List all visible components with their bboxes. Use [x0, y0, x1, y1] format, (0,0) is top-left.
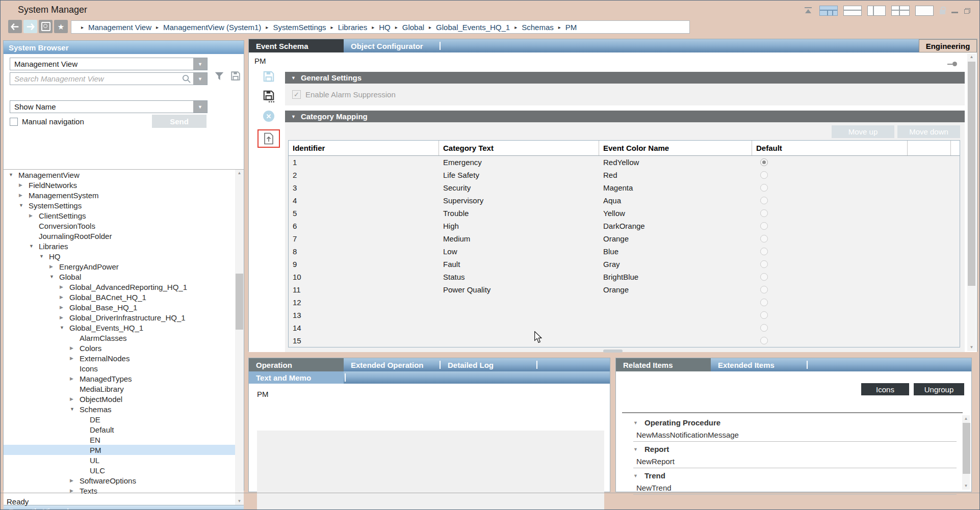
tree-item[interactable]: Default [4, 424, 244, 435]
tree-item[interactable]: DE [4, 414, 244, 424]
tab-extended-items[interactable]: Extended Items [711, 358, 806, 371]
cell-category-text[interactable] [439, 296, 599, 309]
chevron-down-icon[interactable]: ▼ [633, 420, 644, 425]
manual-navigation-checkbox[interactable] [10, 118, 18, 126]
default-radio[interactable] [760, 273, 768, 281]
chevron-down-icon[interactable]: ▼ [70, 407, 80, 412]
chevron-down-icon[interactable]: ▼ [39, 254, 49, 259]
move-up-button[interactable]: Move up [832, 125, 894, 138]
cell-event-color-name[interactable] [599, 296, 752, 309]
table-row[interactable]: 9FaultGray [289, 258, 960, 271]
tree-item[interactable]: ▶FieldNetworks [4, 180, 244, 190]
table-row[interactable]: 1EmergencyRedYellow [289, 156, 960, 169]
layout-rows-icon[interactable] [843, 6, 862, 16]
cell-category-text[interactable]: Fault [439, 258, 599, 271]
table-row[interactable]: 8LowBlue [289, 245, 960, 258]
cell-identifier[interactable]: 2 [289, 169, 439, 181]
tree-item[interactable]: ▶Global_AdvancedReporting_HQ_1 [4, 282, 244, 292]
minimize-icon[interactable] [951, 12, 958, 13]
cell-event-color-name[interactable]: Yellow [599, 207, 752, 220]
chevron-right-icon[interactable]: ▶ [19, 193, 29, 198]
tree-item[interactable]: UL [4, 455, 244, 465]
cell-identifier[interactable]: 15 [289, 334, 439, 347]
cell-identifier[interactable]: 3 [289, 181, 439, 194]
breadcrumb-item[interactable]: HQ [379, 23, 391, 32]
tab-extended-operation[interactable]: Extended Operation [344, 358, 439, 371]
chevron-right-icon[interactable]: ▶ [70, 376, 80, 381]
tree-item[interactable]: ▼Global_Events_HQ_1 [4, 323, 244, 333]
default-radio[interactable] [760, 209, 768, 217]
recent-history-button[interactable] [39, 20, 53, 33]
save-filter-icon[interactable] [230, 70, 241, 82]
favorites-button[interactable]: ★ [54, 20, 68, 33]
lock-icon[interactable] [940, 10, 945, 14]
filter-icon[interactable] [214, 70, 225, 82]
default-radio[interactable] [760, 299, 768, 306]
save-as-button[interactable] [262, 90, 276, 103]
cell-identifier[interactable]: 4 [289, 194, 439, 207]
chevron-right-icon[interactable]: ▶ [70, 396, 80, 401]
tree-scrollbar[interactable]: ▲ ▼ [235, 170, 244, 505]
alarm-suppression-checkbox[interactable]: ✓ [292, 90, 301, 99]
cell-category-text[interactable]: Security [439, 181, 599, 194]
breadcrumb-item[interactable]: PM [565, 23, 577, 32]
chevron-right-icon[interactable]: ▶ [60, 305, 69, 310]
scroll-up-icon[interactable]: ▲ [235, 170, 244, 177]
table-row[interactable]: 3SecurityMagenta [289, 181, 960, 194]
breadcrumb-item[interactable]: Management View [88, 23, 151, 32]
chevron-down-icon[interactable]: ▼ [633, 473, 644, 478]
tree-item[interactable]: ▶SoftwareOptions [4, 475, 244, 486]
tree-item[interactable]: ▼HQ [4, 251, 244, 261]
cell-category-text[interactable]: Supervisory [439, 194, 599, 207]
forward-button[interactable] [23, 20, 37, 33]
chevron-down-icon[interactable]: ▼ [49, 274, 59, 279]
chevron-right-icon[interactable]: ▶ [70, 478, 80, 483]
chevron-right-icon[interactable]: ▶ [70, 356, 80, 361]
table-row[interactable]: 13 [289, 309, 960, 321]
default-radio[interactable] [760, 337, 768, 344]
cell-identifier[interactable]: 7 [289, 232, 439, 245]
cell-category-text[interactable]: Medium [439, 232, 599, 245]
import-schema-button[interactable] [257, 129, 280, 148]
cell-category-text[interactable]: Emergency [439, 156, 599, 169]
chevron-right-icon[interactable]: ▶ [60, 315, 69, 320]
move-down-button[interactable]: Move down [897, 125, 960, 138]
breadcrumb-item[interactable]: Global [402, 23, 424, 32]
default-radio[interactable] [760, 324, 768, 332]
cell-category-text[interactable] [439, 321, 599, 334]
cell-identifier[interactable]: 1 [289, 156, 439, 169]
related-group-header[interactable]: ▼Operating Procedure [616, 416, 960, 429]
table-row[interactable]: 7MediumOrange [289, 232, 960, 245]
tab-event-schema[interactable]: Event Schema [249, 39, 344, 52]
scrollbar-thumb[interactable] [236, 274, 243, 330]
table-row[interactable]: 12 [289, 296, 960, 309]
cell-identifier[interactable]: 14 [289, 321, 439, 334]
table-row[interactable]: 11Power QualityOrange [289, 283, 960, 296]
chevron-down-icon[interactable]: ▼ [193, 101, 207, 113]
category-mapping-header[interactable]: ▼ Category Mapping [285, 111, 965, 122]
default-radio[interactable] [760, 260, 768, 268]
cell-event-color-name[interactable]: BrightBlue [599, 271, 752, 283]
cell-event-color-name[interactable]: Aqua [599, 194, 752, 207]
view-selector[interactable]: Management View ▼ [10, 58, 208, 70]
default-radio[interactable] [760, 311, 768, 319]
breadcrumb-item[interactable]: Schemas [522, 23, 554, 32]
cell-event-color-name[interactable]: Gray [599, 258, 752, 271]
column-identifier[interactable]: Identifier [289, 141, 439, 155]
breadcrumb-item[interactable]: Global_Events_HQ_1 [436, 23, 510, 32]
related-item[interactable]: NewMassNotificationMessage [616, 429, 960, 440]
cell-event-color-name[interactable] [599, 321, 752, 334]
cell-category-text[interactable] [439, 309, 599, 321]
scrollbar-thumb[interactable] [968, 62, 975, 286]
tree-item[interactable]: MediaLibrary [4, 384, 244, 394]
default-radio[interactable] [760, 158, 768, 166]
chevron-right-icon[interactable]: ▶ [49, 264, 59, 269]
tree-item[interactable]: ▶Colors [4, 343, 244, 353]
cell-event-color-name[interactable] [599, 334, 752, 347]
tree-item[interactable]: ▶ClientSettings [4, 210, 244, 221]
scroll-up-icon[interactable]: ▲ [962, 415, 970, 422]
cell-identifier[interactable]: 6 [289, 220, 439, 232]
cell-identifier[interactable]: 10 [289, 271, 439, 283]
cell-category-text[interactable]: Status [439, 271, 599, 283]
send-button[interactable]: Send [152, 115, 207, 128]
